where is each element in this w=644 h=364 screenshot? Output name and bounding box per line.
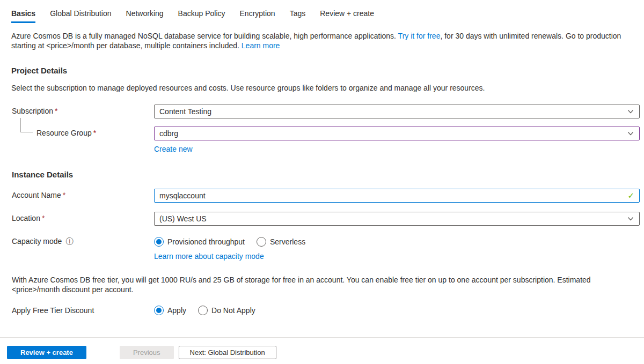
- location-label: Location*: [12, 212, 154, 222]
- required-marker: *: [55, 107, 57, 115]
- tab-tags[interactable]: Tags: [290, 9, 306, 23]
- subscription-row: Subscription* Content Testing: [12, 105, 640, 118]
- previous-button[interactable]: Previous: [120, 346, 174, 359]
- subscription-label-text: Subscription: [12, 107, 53, 115]
- radio-label: Apply: [167, 306, 186, 315]
- basics-form: Subscription* Content Testing Resource G…: [12, 105, 640, 261]
- required-marker: *: [63, 191, 65, 199]
- free-tier-label: Apply Free Tier Discount: [12, 306, 154, 315]
- resource-group-label: Resource Group*: [12, 127, 154, 137]
- tab-global-distribution[interactable]: Global Distribution: [50, 9, 111, 23]
- resource-group-row: Resource Group* cdbrg Create new: [12, 127, 640, 153]
- radio-apply[interactable]: Apply: [154, 306, 186, 315]
- tab-review-create[interactable]: Review + create: [320, 9, 374, 23]
- location-label-text: Location: [12, 214, 40, 222]
- radio-label: Serverless: [270, 237, 305, 246]
- capacity-mode-label-text: Capacity mode: [12, 237, 62, 246]
- resource-group-dropdown[interactable]: cdbrg: [154, 127, 640, 140]
- tab-basics[interactable]: Basics: [11, 9, 35, 23]
- valid-check-icon: ✓: [627, 191, 634, 200]
- instance-details-heading: Instance Details: [12, 170, 640, 179]
- subscription-value: Content Testing: [159, 107, 211, 116]
- radio-button-selected[interactable]: [154, 306, 164, 315]
- radio-button[interactable]: [257, 237, 266, 247]
- resource-group-value: cdbrg: [159, 129, 178, 138]
- footer-divider: [0, 337, 644, 338]
- capacity-mode-radio-group: Provisioned throughput Serverless: [154, 235, 640, 247]
- subscription-dropdown[interactable]: Content Testing: [154, 105, 640, 118]
- project-details-description: Select the subscription to manage deploy…: [11, 83, 635, 93]
- capacity-mode-label: Capacity modeⓘ: [12, 235, 154, 247]
- footer-buttons: Review + create Previous Next: Global Di…: [7, 346, 276, 359]
- required-marker: *: [42, 214, 45, 222]
- location-row: Location* (US) West US: [12, 212, 640, 226]
- radio-button[interactable]: [198, 306, 208, 315]
- free-tier-row: Apply Free Tier Discount Apply Do Not Ap…: [12, 306, 640, 315]
- create-new-link[interactable]: Create new: [154, 145, 193, 153]
- location-value: (US) West US: [159, 214, 207, 223]
- try-it-for-free-link[interactable]: Try it for free: [398, 32, 441, 40]
- review-create-button[interactable]: Review + create: [7, 346, 86, 359]
- chevron-down-icon: [627, 108, 634, 115]
- tab-backup-policy[interactable]: Backup Policy: [178, 9, 225, 23]
- account-name-input[interactable]: [154, 189, 640, 203]
- radio-button-selected[interactable]: [154, 237, 164, 247]
- service-description: Azure Cosmos DB is a fully managed NoSQL…: [11, 31, 635, 50]
- chevron-down-icon: [627, 130, 634, 137]
- tab-networking[interactable]: Networking: [126, 9, 164, 23]
- radio-do-not-apply[interactable]: Do Not Apply: [198, 306, 255, 315]
- radio-serverless[interactable]: Serverless: [257, 237, 305, 247]
- free-tier-description: With Azure Cosmos DB free tier, you will…: [12, 275, 635, 294]
- info-icon[interactable]: ⓘ: [65, 237, 73, 246]
- radio-label: Provisioned throughput: [167, 237, 245, 246]
- intro-text-1: Azure Cosmos DB is a fully managed NoSQL…: [11, 32, 398, 40]
- required-marker: *: [93, 129, 96, 137]
- chevron-down-icon: [627, 215, 634, 222]
- subscription-label: Subscription*: [12, 105, 154, 115]
- free-tier-radio-group: Apply Do Not Apply: [154, 306, 640, 315]
- capacity-mode-row: Capacity modeⓘ Provisioned throughput Se…: [12, 235, 640, 261]
- account-name-row: Account Name* ✓: [12, 189, 640, 203]
- capacity-mode-learn-more-link[interactable]: Learn more about capacity mode: [154, 252, 264, 261]
- next-global-distribution-button[interactable]: Next: Global Distribution: [179, 346, 276, 359]
- learn-more-link[interactable]: Learn more: [241, 41, 280, 50]
- wizard-tabs: Basics Global Distribution Networking Ba…: [0, 0, 644, 23]
- hierarchy-connector-line: [20, 118, 33, 132]
- tab-encryption[interactable]: Encryption: [240, 9, 275, 23]
- account-name-label-text: Account Name: [12, 191, 61, 199]
- radio-provisioned-throughput[interactable]: Provisioned throughput: [154, 237, 245, 247]
- radio-label: Do Not Apply: [211, 306, 255, 315]
- resource-group-label-text: Resource Group: [36, 129, 92, 137]
- location-dropdown[interactable]: (US) West US: [154, 212, 640, 226]
- account-name-label: Account Name*: [12, 189, 154, 199]
- project-details-heading: Project Details: [11, 66, 644, 75]
